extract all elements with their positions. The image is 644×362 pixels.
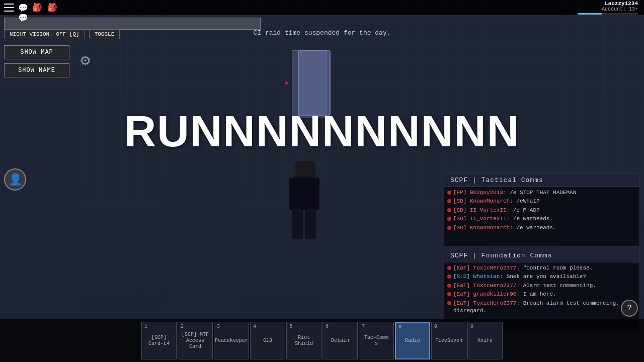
riot-shield-visual	[298, 50, 331, 116]
hotbar-slot[interactable]: 6Detain	[323, 322, 358, 359]
player-head	[295, 161, 315, 178]
chat-sender: [SD] II_VortexII:	[453, 207, 510, 213]
chat-icon[interactable]: 💬	[18, 3, 28, 12]
slot-item-label: Peacekeeper	[213, 338, 250, 344]
chat-sender: [EaT] grandkiller90:	[453, 291, 520, 297]
slot-number-label: 9	[434, 324, 437, 329]
slot-number-label: 8	[398, 324, 401, 330]
chat-content: Snek are you availiable?	[503, 274, 586, 280]
text-input-bar: DO NOT GO	[4, 18, 261, 30]
top-bar: 💬 🎒 Lauzzy1234 Account: 13+	[0, 0, 644, 15]
chat-content: "Control room please.	[520, 265, 593, 271]
foundation-chat-messages: [EaT] ToxicHero2377: "Control room pleas…	[444, 262, 639, 317]
chat-content: Alarm test commencing.	[520, 283, 596, 289]
foundation-chat-header: SCPF | Foundation Comms	[444, 249, 639, 262]
hotbar-slot[interactable]: 1[SCP] Card-L4	[141, 322, 177, 359]
chat-bullet-icon	[447, 275, 451, 279]
slot-number-label: 2	[181, 324, 184, 329]
chat-bullet-icon	[447, 217, 451, 221]
tactical-chat-messages: [FP] BO2guy2013: /e STOP THAT MADEMAN [S…	[444, 187, 639, 234]
chat-content: /eWhat?	[513, 198, 540, 204]
hotbar-slot[interactable]: 0Knife	[467, 322, 503, 359]
hotbar-slot[interactable]: 2[SCP] MTF Access Card	[178, 322, 213, 359]
chat-sender: [FP] BO2guy2013:	[453, 190, 507, 196]
list-item: [FP] BO2guy2013: /e STOP THAT MADEMAN	[447, 189, 636, 197]
chat-bullet-icon	[447, 226, 451, 230]
chat-input[interactable]: DO NOT GO	[4, 18, 261, 30]
hotbar-slot[interactable]: 9FiveSeven	[431, 322, 466, 359]
hotbar: 1[SCP] Card-L42[SCP] MTF Access Card3Pea…	[0, 319, 644, 362]
slot-number-label: 1	[144, 324, 147, 329]
slot-number-label: 0	[470, 324, 473, 329]
chat-sender: [SD] KnownMonarch:	[453, 225, 513, 231]
list-item: [EaT] ToxicHero2377: "Control room pleas…	[447, 264, 636, 272]
slot-item-label: Radio	[404, 338, 422, 344]
list-item: [SD] II_VortexII: /e Warheads.	[447, 215, 636, 223]
slot-item-label: Tac-Comm s	[363, 335, 390, 347]
hotbar-slot[interactable]: 4G18	[250, 322, 285, 359]
chat-sender: [EaT] ToxicHero2377:	[453, 300, 520, 306]
chat-sender: [SD] KnownMonarch:	[453, 198, 513, 204]
list-item: [SD] KnownMonarch: /e Warheads.	[447, 224, 636, 232]
chat-bullet-icon	[447, 284, 451, 288]
player-torso	[289, 177, 319, 210]
night-vision-button[interactable]: NIGHT VISION: OFF [Q]	[4, 29, 85, 39]
user-info: Lauzzy1234 Account: 13+	[578, 1, 644, 15]
slot-number-label: 6	[326, 324, 329, 329]
list-item: [S.D] Whatsian: Snek are you availiable?	[447, 273, 636, 281]
slot-number-label: 3	[217, 324, 220, 329]
help-button[interactable]: ?	[621, 300, 638, 317]
slot-item-label: [SCP] MTF Access Card	[180, 332, 210, 350]
account-info-label: Account: 13+	[578, 7, 638, 12]
announcement-text: CI raid time suspended for the day.	[253, 29, 390, 37]
chat-bullet-icon	[447, 191, 451, 195]
settings-gear-icon[interactable]: ⚙	[80, 50, 90, 70]
hotbar-slot[interactable]: 7Tac-Comm s	[359, 322, 394, 359]
chat-bullet-icon	[447, 266, 451, 270]
player-left-leg	[292, 209, 303, 239]
toggle-button[interactable]: TOGGLE	[89, 29, 120, 39]
night-vision-bar: NIGHT VISION: OFF [Q] TOGGLE	[4, 29, 120, 39]
player-legs	[292, 209, 317, 239]
list-item: [EaT] ToxicHero2377: Breach alarm test c…	[447, 300, 636, 315]
player-character	[284, 161, 330, 241]
chat-sender: [EaT] ToxicHero2377:	[453, 265, 520, 271]
hotbar-slot[interactable]: 3Peacekeeper	[214, 322, 249, 359]
chat-content: /e P:AD?	[510, 207, 539, 213]
left-panel: SHOW MAP SHOW NAME	[4, 45, 69, 77]
bag-icon[interactable]: 🎒	[32, 3, 57, 13]
show-name-button[interactable]: SHOW NAME	[4, 63, 69, 77]
chat-bullet-icon	[447, 208, 451, 212]
chat-bullet-icon	[447, 301, 451, 305]
chat-sender: [EaT] ToxicHero2377:	[453, 283, 520, 289]
slot-item-label: G18	[262, 338, 274, 344]
red-dot-indicator	[285, 81, 288, 84]
slot-item-label: FiveSeven	[434, 338, 464, 344]
foundation-comms-panel: SCPF | Foundation Comms [EaT] ToxicHero2…	[444, 249, 640, 329]
slot-item-label: Knife	[476, 338, 494, 344]
show-map-button[interactable]: SHOW MAP	[4, 45, 69, 59]
tactical-chat-header: SCPF | Tactical Comms	[444, 174, 639, 187]
hotbar-slot[interactable]: 5Riot Shield	[286, 322, 321, 359]
list-item: [SD] II_VortexII: /e P:AD?	[447, 207, 636, 214]
slot-number-label: 7	[362, 324, 365, 329]
slot-item-label: [SCP] Card-L4	[147, 335, 171, 347]
chat-content: I am here.	[520, 291, 556, 297]
hamburger-menu-button[interactable]	[4, 4, 14, 12]
chat-content: /e STOP THAT MADEMAN	[507, 190, 577, 196]
avatar[interactable]: 👤	[4, 168, 26, 191]
hotbar-slot[interactable]: 8Radio	[395, 322, 430, 359]
chat-bullet-icon	[447, 292, 451, 296]
chat-bullet-icon	[447, 199, 451, 203]
chat-sender: [S.D] Whatsian:	[453, 274, 503, 280]
tactical-comms-panel: SCPF | Tactical Comms [FP] BO2guy2013: /…	[444, 173, 640, 246]
chat-sender: [SD] II_VortexII:	[453, 216, 510, 222]
slot-item-label: Detain	[330, 338, 351, 344]
player-right-leg	[305, 209, 316, 239]
username-label: Lauzzy1234	[578, 1, 638, 7]
xp-bar-fill	[578, 13, 602, 15]
list-item: [SD] KnownMonarch: /eWhat?	[447, 198, 636, 205]
list-item: [EaT] grandkiller90: I am here.	[447, 291, 636, 298]
chat-content: /e Warheads.	[510, 216, 553, 222]
slot-number-label: 5	[289, 324, 292, 329]
